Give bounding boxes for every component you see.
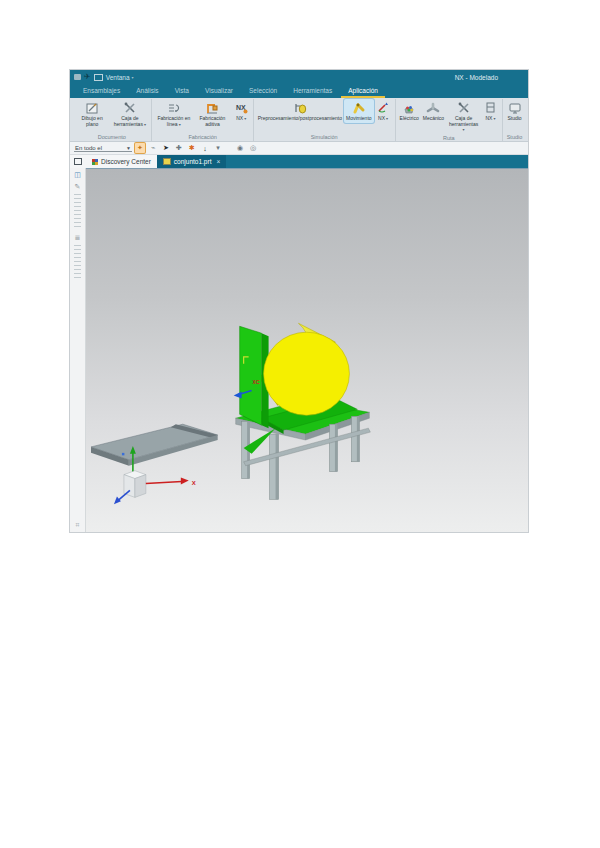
part-file-icon <box>163 158 171 165</box>
tray-part[interactable] <box>91 424 218 466</box>
fabricacion-en-linea-button[interactable]: Fabricación en línea <box>154 99 193 128</box>
resource-bar-labels <box>74 245 81 281</box>
mecanico-button[interactable]: Mecánico <box>421 99 446 123</box>
prepost-button[interactable]: Preprocesamiento/postprocesamiento <box>256 99 344 123</box>
ribbon: Dibujo en plano Caja de herramientas Doc… <box>70 98 528 142</box>
selection-bar: En todo el ▼ ✦ ⌁ ➤ ✚ ✱ ↓ ▾ ◉ ◎ <box>70 142 528 155</box>
roles-icon[interactable]: ◫ <box>74 170 81 179</box>
close-icon[interactable]: × <box>216 158 220 165</box>
point-down-icon[interactable]: ↓ <box>200 143 210 153</box>
additive-manufacturing-icon <box>205 100 220 115</box>
title-bar: ✈ Ventana ▾ NX - Modelado <box>70 70 528 84</box>
ribbon-group-ruta: Eléctrico Mecánico Caja de herramientas <box>395 99 502 141</box>
ribbon-tab-bar: Ensamblajes Análisis Vista Visualizar Se… <box>70 84 528 98</box>
group-label-ruta: Ruta <box>398 134 500 142</box>
line-manufacturing-icon <box>166 100 181 115</box>
routing-electrical-icon <box>402 100 417 115</box>
movimiento-button[interactable]: Movimiento <box>344 99 374 123</box>
selection-scope-dropdown[interactable]: En todo el ▼ <box>74 145 132 152</box>
wcs-marker-label: XC <box>253 380 260 385</box>
discovery-center-icon <box>92 159 98 165</box>
nx-simulation-icon <box>376 100 391 115</box>
routing-mechanical-icon <box>426 100 441 115</box>
snap-point-icon[interactable]: ✱ <box>187 143 197 153</box>
x-axis-arrow <box>181 478 189 485</box>
tab-conjunto1-prt[interactable]: conjunto1.prt × <box>157 155 226 168</box>
menu-down-icon[interactable]: ▾ <box>213 143 223 153</box>
tab-vista[interactable]: Vista <box>168 85 196 98</box>
studio-icon <box>507 100 522 115</box>
ribbon-group-simulacion: Preprocesamiento/postprocesamiento Movim… <box>253 99 395 141</box>
cylinder-face[interactable] <box>264 332 350 415</box>
nx-machining-button[interactable]: NX NX <box>232 99 251 123</box>
nx-logo-icon <box>74 74 81 80</box>
resource-bar: ◫ ✎ ≣ ⌗ <box>70 168 86 532</box>
chevron-down-icon: ▼ <box>126 145 131 151</box>
history-icon[interactable]: ≣ <box>75 233 81 242</box>
fabricacion-aditiva-button[interactable]: Fabricación aditiva <box>193 99 232 128</box>
group-label-documento: Documento <box>74 133 149 141</box>
document-tab-strip: Discovery Center conjunto1.prt × <box>70 155 528 168</box>
group-label-fabricacion: Fabricación <box>154 133 250 141</box>
nx-simulation-button[interactable]: NX <box>374 99 393 123</box>
studio-button[interactable]: Studio <box>505 99 524 123</box>
group-label-studio: Studio <box>505 133 524 141</box>
group-label-simulacion: Simulación <box>256 133 393 141</box>
tab-aplicacion[interactable]: Aplicación <box>341 85 385 98</box>
toolbox-icon <box>456 100 471 115</box>
orbit-icon[interactable]: ◉ <box>235 143 245 153</box>
chevron-down-icon: ▾ <box>132 75 134 80</box>
navigator-icon[interactable]: ✎ <box>75 182 81 191</box>
ribbon-group-fabricacion: Fabricación en línea Fabricación aditiva… <box>151 99 252 141</box>
resource-bar-labels <box>74 194 81 230</box>
cursor-icon[interactable]: ➤ <box>161 143 171 153</box>
highlight-icon[interactable]: ✦ <box>135 143 145 153</box>
window-menu[interactable]: Ventana <box>106 74 130 81</box>
nx-routing-button[interactable]: NX <box>481 99 500 123</box>
motion-icon <box>351 100 366 115</box>
graphics-viewport[interactable]: X <box>86 168 528 532</box>
show-navigator-button[interactable] <box>70 155 86 168</box>
ribbon-group-studio: Studio Studio <box>502 99 526 141</box>
caja-herramientas-ruta-button[interactable]: Caja de herramientas <box>446 99 481 134</box>
main-area: ◫ ✎ ≣ ⌗ <box>70 168 528 532</box>
tab-ensamblajes[interactable]: Ensamblajes <box>76 85 127 98</box>
joint-arrow <box>234 392 242 399</box>
ribbon-group-documento: Dibujo en plano Caja de herramientas Doc… <box>72 99 151 141</box>
y-axis-arrow <box>114 496 121 504</box>
shaded-view-icon[interactable]: ◎ <box>248 143 258 153</box>
dibujo-en-plano-button[interactable]: Dibujo en plano <box>74 99 110 128</box>
nx-machining-icon: NX <box>234 100 249 115</box>
window-title: NX - Modelado <box>455 74 498 81</box>
tab-seleccion[interactable]: Selección <box>242 85 284 98</box>
toolbox-icon <box>122 100 137 115</box>
snap-marker <box>122 453 124 455</box>
window-icon <box>74 158 82 165</box>
magnet-icon[interactable]: ⌁ <box>148 143 158 153</box>
drafting-icon <box>85 100 100 115</box>
parts-icon[interactable]: ⌗ <box>76 520 80 529</box>
x-axis-label: X <box>192 480 196 486</box>
page: ✈ Ventana ▾ NX - Modelado Ensamblajes An… <box>0 0 600 848</box>
send-icon[interactable]: ✈ <box>84 74 91 80</box>
tab-analisis[interactable]: Análisis <box>129 85 165 98</box>
plus-icon[interactable]: ✚ <box>174 143 184 153</box>
electrico-button[interactable]: Eléctrico <box>398 99 421 123</box>
nx-application-window: ✈ Ventana ▾ NX - Modelado Ensamblajes An… <box>70 70 528 532</box>
window-icon[interactable] <box>94 74 103 81</box>
nx-routing-icon <box>483 100 498 115</box>
prepost-icon <box>292 100 307 115</box>
3d-scene: X <box>86 169 528 532</box>
tab-discovery-center[interactable]: Discovery Center <box>86 155 157 168</box>
caja-herramientas-button[interactable]: Caja de herramientas <box>110 99 149 128</box>
tab-visualizar[interactable]: Visualizar <box>198 85 240 98</box>
tab-herramientas[interactable]: Herramientas <box>286 85 339 98</box>
